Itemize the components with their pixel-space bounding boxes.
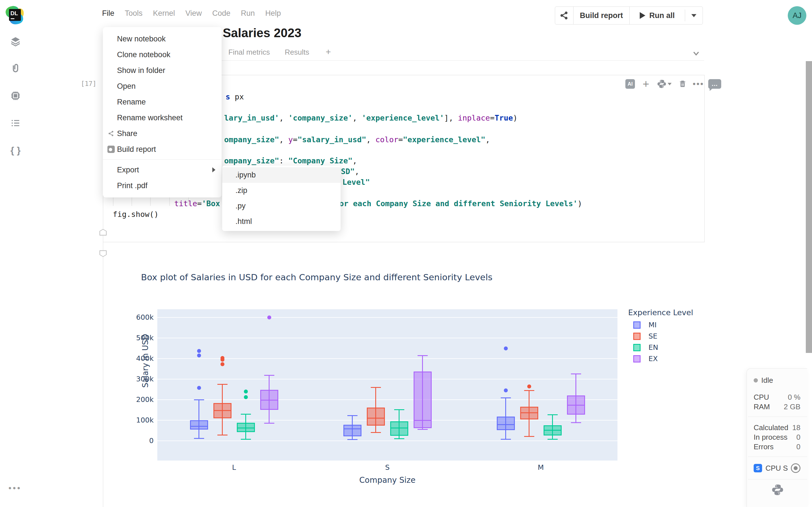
machine-label: CPU S	[765, 464, 788, 473]
menu-item-print-pdf[interactable]: Print .pdf	[103, 178, 221, 193]
menu-item-rename-worksheet[interactable]: Rename worksheet	[103, 110, 221, 126]
insert-cell-handle[interactable]	[100, 250, 107, 257]
box	[190, 420, 208, 430]
outlier-point	[244, 395, 248, 399]
run-all-button[interactable]: Run all	[629, 7, 685, 24]
code-line: s px	[225, 93, 244, 101]
legend-item[interactable]: EX	[633, 355, 693, 363]
in-process-value: 0	[797, 433, 801, 442]
code-braces-icon[interactable]: { }	[8, 143, 23, 158]
box-whisker-cap	[524, 390, 534, 391]
play-icon	[640, 12, 645, 19]
legend-item[interactable]: EN	[633, 343, 693, 351]
layers-icon[interactable]	[8, 34, 23, 49]
list-icon[interactable]	[8, 115, 23, 131]
menu-item-new-notebook[interactable]: New notebook	[103, 31, 221, 47]
indent-guide	[188, 198, 189, 206]
export-html[interactable]: .html	[222, 214, 341, 229]
outlier-point	[504, 388, 508, 392]
menu-item-open[interactable]: Open	[103, 78, 221, 94]
datalore-logo[interactable]: DL	[6, 7, 24, 25]
attachments-icon[interactable]	[8, 61, 23, 76]
box-whisker-cap	[371, 432, 381, 433]
run-all-label: Run all	[649, 11, 675, 20]
export-submenu: .ipynb .zip .py .html	[222, 166, 341, 231]
menu-file[interactable]: File	[102, 9, 114, 18]
outlier-point	[197, 349, 201, 353]
menu-item-share[interactable]: Share	[103, 126, 221, 142]
avatar[interactable]: AJ	[788, 6, 806, 25]
menu-help[interactable]: Help	[265, 9, 281, 18]
legend-swatch-icon	[633, 321, 641, 329]
menu-item-show-in-folder[interactable]: Show in folder	[103, 62, 221, 78]
box-median	[544, 430, 562, 431]
menu-item-export[interactable]: Export	[103, 162, 221, 178]
insert-cell-handle[interactable]	[100, 229, 107, 235]
add-worksheet-button[interactable]: +	[326, 47, 331, 57]
chart-legend: Experience Level MISEENEX	[628, 308, 693, 366]
y-tick-label: 100k	[125, 416, 154, 424]
tab-final-metrics[interactable]: Final metrics	[229, 48, 270, 57]
export-ipynb[interactable]: .ipynb	[222, 167, 341, 183]
machine-row[interactable]: S CPU S	[754, 463, 801, 473]
legend-label: MI	[649, 321, 657, 329]
y-axis-title: Salary in USD	[141, 334, 150, 388]
calculated-label: Calculated	[754, 424, 788, 432]
build-report-icon	[107, 146, 115, 153]
chevron-down-icon[interactable]	[691, 48, 701, 58]
box-whisker-cap	[394, 409, 404, 410]
box-whisker-cap	[194, 399, 204, 400]
sidebar-more-icon[interactable]: •••	[8, 483, 22, 493]
comment-icon[interactable]: ...	[708, 79, 721, 89]
box-median	[343, 429, 361, 429]
menu-item-clone-notebook[interactable]: Clone notebook	[103, 47, 221, 62]
python-kernel-icon[interactable]	[656, 78, 672, 89]
box-median	[260, 400, 278, 400]
python-kernel-icon[interactable]	[771, 484, 784, 496]
file-menu: New notebook Clone notebook Show in fold…	[103, 27, 221, 198]
submenu-arrow-icon	[212, 167, 215, 172]
box-whisker-cap	[217, 384, 227, 385]
share-button[interactable]	[555, 7, 573, 24]
kernel-state-label: Idle	[761, 376, 773, 385]
export-zip[interactable]: .zip	[222, 183, 341, 198]
menu-run[interactable]: Run	[241, 9, 255, 18]
add-cell-icon[interactable]: +	[641, 78, 651, 89]
ai-icon[interactable]: AI	[625, 78, 636, 89]
tabbar-divider	[221, 60, 704, 61]
y-tick-label: 0	[125, 437, 154, 445]
gridline	[157, 317, 617, 318]
box-whisker-cap	[264, 423, 274, 424]
box-whisker-cap	[548, 439, 558, 440]
menu-tools[interactable]: Tools	[125, 9, 143, 18]
export-py[interactable]: .py	[222, 198, 341, 214]
execution-count: [17]	[74, 80, 96, 87]
status-dot-icon	[754, 378, 758, 383]
run-options-button[interactable]	[685, 7, 703, 24]
code-line: ompany_size": "Company Size",	[224, 156, 357, 165]
menubar: File Tools Kernel View Code Run Help	[102, 9, 281, 18]
menu-kernel[interactable]: Kernel	[153, 9, 175, 18]
delete-cell-icon[interactable]	[677, 78, 688, 89]
legend-label: EX	[649, 355, 658, 363]
machine-icon[interactable]	[8, 88, 23, 103]
box-whisker-cap	[394, 438, 404, 439]
more-icon[interactable]: •••	[693, 78, 704, 89]
menu-item-build-report[interactable]: Build report	[103, 142, 221, 157]
menu-item-rename[interactable]: Rename	[103, 94, 221, 110]
machine-radio-icon[interactable]	[791, 463, 801, 473]
divider	[748, 416, 807, 417]
legend-item[interactable]: MI	[633, 321, 693, 329]
plot-area	[157, 309, 617, 460]
tab-results[interactable]: Results	[285, 48, 309, 57]
build-report-button[interactable]: Build report	[573, 7, 629, 24]
menu-view[interactable]: View	[186, 9, 202, 18]
menu-code[interactable]: Code	[212, 9, 231, 18]
scrollbar[interactable]	[806, 61, 812, 353]
legend-item[interactable]: SE	[633, 332, 693, 340]
box	[343, 425, 361, 436]
in-process-row: In process 0	[754, 433, 801, 442]
in-process-label: In process	[754, 433, 788, 442]
kernel-status-panel: Idle CPU 0 % RAM 2 GB Calculated 18 In p…	[747, 369, 807, 507]
share-icon	[107, 130, 115, 137]
